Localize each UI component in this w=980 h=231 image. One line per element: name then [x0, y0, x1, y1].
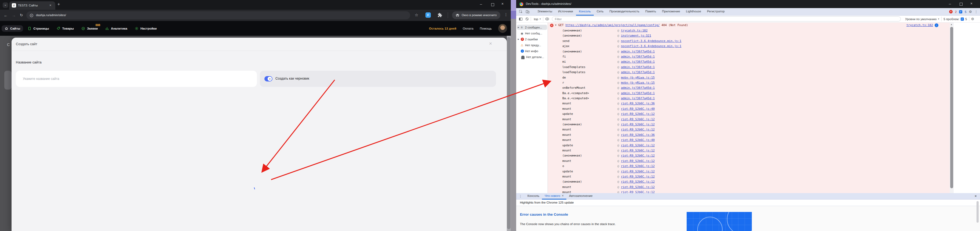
stack-frame-file-link[interactable]: riot-R9_SJb6C.js:12: [621, 154, 655, 157]
drawer-tab-Автозаполнение[interactable]: Автозаполнение: [566, 193, 595, 199]
extension-icon[interactable]: F: [425, 12, 431, 18]
console-sidebar-toggle-icon[interactable]: [519, 18, 523, 21]
console-error-row[interactable]: ✕ GET https://dashja.ru/admin/api/projec…: [548, 22, 950, 28]
forward-icon[interactable]: [12, 13, 16, 17]
stack-frame-file-link[interactable]: admin.js?36f7a45d:1: [621, 65, 655, 69]
window-maximize-button[interactable]: [491, 3, 494, 6]
tab-Производительность[interactable]: Производительность: [606, 8, 642, 16]
sidebar-item-Страницы[interactable]: Страницы: [25, 25, 52, 32]
drawer-tab-Консоль[interactable]: Консоль: [525, 193, 542, 199]
stack-frame-file-link[interactable]: noconflict-3.6.4+debounce.min.js:1: [621, 44, 681, 48]
device-toolbar-icon[interactable]: [525, 10, 530, 14]
sidebar-item-Заявки[interactable]: Заявки888: [78, 25, 101, 32]
console-sidebar-item-Нет детали...[interactable]: Нет детали...: [517, 55, 547, 59]
reload-icon[interactable]: [20, 13, 23, 17]
bookmark-icon[interactable]: [415, 13, 418, 17]
expander-icon[interactable]: [518, 38, 520, 40]
tab-Регистратор[interactable]: Регистратор: [704, 8, 728, 16]
stack-frame-file-link[interactable]: riot-R9_SJb6C.js:12: [621, 117, 655, 121]
console-sidebar-item-2 ошибки[interactable]: ✕2 ошибки: [517, 37, 547, 42]
clear-console-icon[interactable]: [525, 17, 529, 21]
console-sidebar-item-Нет сообщ...[interactable]: Нет сообщ...: [517, 30, 547, 36]
sidebar-item-Товары[interactable]: Товары: [54, 25, 77, 32]
site-settings-icon[interactable]: [30, 13, 33, 18]
back-icon[interactable]: [4, 13, 8, 17]
console-scrollbar[interactable]: [950, 22, 954, 193]
tab-search-icon[interactable]: [3, 2, 8, 8]
drawer-menu-icon[interactable]: [516, 195, 525, 198]
drawer-close-icon[interactable]: [975, 194, 977, 198]
stack-frame-file-link[interactable]: riot-R9_SJb6C.js:12: [621, 144, 655, 147]
stack-frame-file-link[interactable]: riot-R9_SJb6C.js:12: [621, 128, 655, 131]
live-expression-eye-icon[interactable]: [545, 18, 549, 21]
tab-Lighthouse[interactable]: Lighthouse: [683, 8, 704, 16]
window-close-button[interactable]: [501, 2, 504, 6]
scroll-up-icon[interactable]: [950, 24, 952, 26]
stack-frame-file-link[interactable]: mobx-jb-yRLwa.js:15: [621, 76, 655, 79]
scrollbar-thumb[interactable]: [950, 27, 953, 188]
console-filter-input[interactable]: [552, 16, 901, 21]
devtools-maximize-button[interactable]: [959, 3, 963, 6]
new-tab-button[interactable]: [57, 2, 60, 6]
browser-menu-icon[interactable]: [504, 13, 508, 16]
stack-frame-file-link[interactable]: riot-R9_SJb6C.js:12: [621, 185, 655, 189]
console-sidebar-item-Нет инфо[interactable]: iНет инфо: [517, 48, 547, 53]
tab-Источники[interactable]: Источники: [555, 8, 576, 16]
issues-badge-icon[interactable]: [959, 10, 962, 13]
stack-frame-file-link[interactable]: admin.js?36f7a45d:1: [621, 91, 655, 95]
sidebar-item-Аналитика[interactable]: Аналитика: [102, 25, 130, 32]
drawer-tab-Что нового[interactable]: Что нового: [542, 193, 566, 199]
expander-icon[interactable]: [518, 26, 520, 28]
error-url-link[interactable]: https://dashja.ru/admin/api/project/null…: [566, 23, 660, 27]
tab-Приложение[interactable]: Приложение: [659, 8, 683, 16]
stack-frame-file-link[interactable]: riot-R9_SJb6C.js:40: [621, 138, 655, 142]
stack-frame-file-link[interactable]: riot-R9_SJb6C.js:12: [621, 175, 655, 178]
console-sidebar-item-2 сообщен...[interactable]: 2 сообщен...: [517, 25, 547, 30]
stack-frame-file-link[interactable]: riot-R9_SJb6C.js:12: [621, 123, 655, 126]
extensions-puzzle-icon[interactable]: [438, 13, 442, 18]
stack-frame-file-link[interactable]: riot-R9_SJb6C.js:12: [621, 170, 655, 173]
sidebar-item-Настройки[interactable]: Настройки: [132, 25, 160, 32]
tab-Элементы[interactable]: Элементы: [535, 8, 555, 16]
stack-frame-file-link[interactable]: admin.js?36f7a45d:1: [621, 71, 655, 74]
error-badge-icon[interactable]: ✕: [949, 10, 953, 13]
tab-Консоль[interactable]: Консоль: [576, 8, 594, 16]
stack-frame-file-link[interactable]: admin.js?36f7a45d:1: [621, 96, 655, 100]
stack-frame-file-link[interactable]: riot-R9_SJb6C.js:12: [621, 159, 655, 163]
tab-close-icon[interactable]: [49, 3, 51, 7]
devtools-menu-icon[interactable]: [974, 10, 978, 13]
stack-frame-file-link[interactable]: noconflict-3.6.4+debounce.min.js:1: [621, 39, 681, 43]
devtools-close-button[interactable]: [970, 2, 972, 5]
devtools-minimize-button[interactable]: [949, 2, 951, 6]
source-map-badge-icon[interactable]: [935, 23, 939, 27]
stack-frame-file-link[interactable]: instrument.js:321: [621, 34, 651, 37]
stack-frame-file-link[interactable]: mobx-jb-yRLwa.js:15: [621, 81, 655, 85]
console-sidebar-item-Нет преду...[interactable]: Нет преду...: [517, 42, 547, 48]
stack-frame-file-link[interactable]: riot-R9_SJb6C.js:12: [621, 112, 655, 116]
stack-frame-file-link[interactable]: riot-R9_SJb6C.js:36: [621, 102, 655, 105]
tab-Сеть[interactable]: Сеть: [594, 8, 607, 16]
stack-frame-file-link[interactable]: admin.js?36f7a45d:1: [621, 86, 655, 90]
stack-frame-file-link[interactable]: admin.js?36f7a45d:1: [621, 60, 655, 63]
error-source-link[interactable]: trycatch.ts:182: [907, 23, 933, 27]
stack-frame-file-link[interactable]: riot-R9_SJb6C.js:40: [621, 107, 655, 111]
nav-link-payment[interactable]: Оплата: [463, 27, 474, 30]
avatar[interactable]: [498, 24, 507, 33]
article-title[interactable]: Error causes in the Console: [520, 212, 568, 217]
stack-frame-file-link[interactable]: riot-R9_SJb6C.js:36: [621, 133, 655, 136]
stack-frame-file-link[interactable]: riot-R9_SJb6C.js:12: [621, 190, 655, 193]
stack-frame-file-link[interactable]: riot-R9_SJb6C.js:12: [621, 164, 655, 168]
stack-frame-file-link[interactable]: trycatch.ts:182: [621, 29, 648, 32]
modal-close-icon[interactable]: [489, 41, 492, 46]
devtools-settings-icon[interactable]: [969, 10, 972, 13]
stack-frame-file-link[interactable]: admin.js?36f7a45d:1: [621, 55, 655, 58]
page-scrollbar[interactable]: [507, 36, 511, 231]
issues-summary[interactable]: 5 проблем: 5: [943, 18, 967, 21]
stack-frame-file-link[interactable]: admin.js?36f7a45d:1: [621, 50, 655, 53]
log-levels-selector[interactable]: Уровни по умолчанию: [905, 18, 937, 21]
tab-Память[interactable]: Память: [642, 8, 659, 16]
drawer-scrollbar[interactable]: [976, 200, 979, 231]
window-minimize-button[interactable]: [480, 2, 482, 6]
nav-link-help[interactable]: Помощь: [480, 27, 492, 30]
console-settings-icon[interactable]: [971, 17, 974, 21]
